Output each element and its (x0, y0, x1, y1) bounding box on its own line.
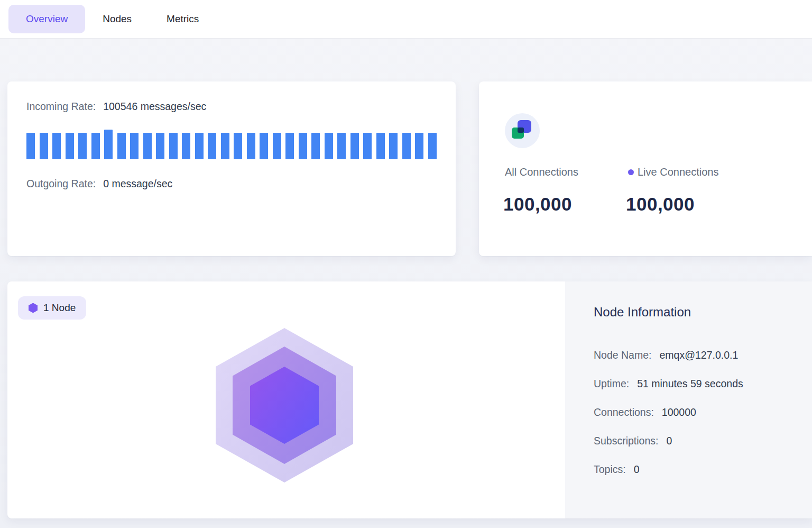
rate-bar (182, 133, 190, 159)
rate-bar (389, 133, 398, 159)
rate-bar (195, 133, 204, 159)
rate-bar (337, 133, 346, 159)
incoming-rate-label: Incoming Rate: (26, 101, 96, 113)
live-connections-label: Live Connections (638, 166, 718, 178)
rate-bar (311, 133, 320, 159)
live-connections-value: 100,000 (626, 194, 695, 215)
node-name-row: Node Name: emqx@127.0.0.1 (594, 349, 812, 361)
node-count-badge[interactable]: 1 Node (18, 296, 86, 320)
connections-label: Connections: (594, 406, 654, 418)
connections-value: 100000 (662, 406, 696, 418)
connections-card: All Connections Live Connections 100,000… (479, 81, 812, 256)
rate-bar (273, 133, 281, 159)
uptime-label: Uptime: (594, 378, 629, 390)
rate-bar (156, 133, 164, 159)
outgoing-rate-value: 0 message/sec (103, 178, 172, 190)
subscriptions-row: Subscriptions: 0 (594, 435, 812, 447)
connections-icon-circle (505, 113, 540, 148)
rate-bar (363, 133, 372, 159)
incoming-rate-row: Incoming Rate: 100546 messages/sec (26, 101, 206, 113)
cluster-card: 1 Node Node Information Node Name: emqx@… (7, 281, 812, 518)
node-count-label: 1 Node (43, 302, 76, 314)
rate-bar (221, 133, 229, 159)
rate-bar (247, 133, 255, 159)
rate-bar (91, 133, 100, 159)
tab-metrics[interactable]: Metrics (149, 5, 216, 33)
all-connections-value: 100,000 (503, 194, 572, 215)
subscriptions-value: 0 (666, 435, 672, 447)
live-dot-icon (628, 169, 634, 175)
rate-bar (26, 133, 35, 159)
tab-bar: Overview Nodes Metrics (0, 0, 812, 39)
rate-bar (285, 133, 294, 159)
rate-bar (376, 133, 385, 159)
rate-bar (234, 133, 242, 159)
hexagon-icon (29, 303, 38, 313)
rate-bar (325, 133, 333, 159)
topics-label: Topics: (594, 463, 626, 476)
all-connections-label: All Connections (505, 166, 578, 178)
message-rates-card: Incoming Rate: 100546 messages/sec Outgo… (7, 81, 456, 256)
uptime-row: Uptime: 51 minutes 59 seconds (594, 378, 812, 390)
topics-row: Topics: 0 (594, 463, 812, 476)
node-info-rows: Node Name: emqx@127.0.0.1 Uptime: 51 min… (594, 349, 812, 476)
rate-bar (428, 133, 437, 159)
rate-bar (169, 133, 178, 159)
rate-bar (78, 133, 87, 159)
incoming-rate-value: 100546 messages/sec (103, 101, 206, 113)
rate-bar (130, 133, 139, 159)
subscriptions-label: Subscriptions: (594, 435, 658, 447)
rate-bar (40, 133, 48, 159)
overlapping-squares-icon (518, 128, 524, 133)
node-name-label: Node Name: (594, 349, 651, 361)
node-information-panel: Node Information Node Name: emqx@127.0.0… (565, 281, 812, 518)
rate-bar (260, 133, 268, 159)
node-name-value: emqx@127.0.0.1 (659, 349, 738, 361)
connections-row: Connections: 100000 (594, 406, 812, 418)
outgoing-rate-label: Outgoing Rate: (26, 178, 96, 190)
rate-bar (104, 130, 113, 159)
rate-bar (208, 133, 216, 159)
rate-bar (117, 133, 126, 159)
rate-bar (143, 133, 152, 159)
outgoing-rate-row: Outgoing Rate: 0 message/sec (26, 178, 172, 190)
rate-bar (299, 133, 307, 159)
node-information-title: Node Information (594, 305, 812, 320)
uptime-value: 51 minutes 59 seconds (637, 378, 743, 390)
tab-overview[interactable]: Overview (8, 5, 85, 33)
rate-bar (350, 133, 359, 159)
rate-bar (52, 133, 61, 159)
rate-bar (402, 133, 411, 159)
live-connections-label-row: Live Connections (628, 166, 718, 178)
topics-value: 0 (634, 463, 640, 476)
rate-bar (415, 133, 423, 159)
incoming-rate-bar-chart (26, 131, 437, 159)
rate-bar (66, 133, 74, 159)
tab-nodes[interactable]: Nodes (85, 5, 149, 33)
